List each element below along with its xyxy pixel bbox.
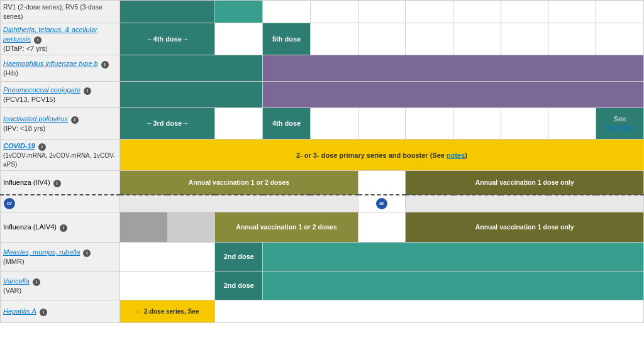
rv-cell9 xyxy=(548,1,596,23)
rv-cell1 xyxy=(120,1,215,23)
vaccine-name-iiv4: Influenza (IIV4) i xyxy=(1,171,120,195)
dtap-link[interactable]: Diphtheria, tetanus, & acellular pertuss… xyxy=(3,26,97,42)
row-rv: RV1 (2-dose series); RV5 (3-dose series) xyxy=(1,1,644,23)
vaccine-name-covid: COVID-19 i (1vCOV-mRNA, 2vCOV-mRNA, 1vCO… xyxy=(1,139,120,171)
var-sub: (VAR) xyxy=(3,287,21,294)
row-or: or or xyxy=(1,195,644,212)
rv-cell2 xyxy=(215,1,263,23)
dtap-empty5 xyxy=(453,23,501,55)
iiv4-empty xyxy=(358,171,406,195)
ipv-empty1 xyxy=(215,107,263,139)
row-dtap: Diphtheria, tetanus, & acellular pertuss… xyxy=(1,23,644,55)
var-empty1 xyxy=(120,271,215,300)
ipv-empty2 xyxy=(310,107,358,139)
mmr-teal xyxy=(263,242,644,271)
hib-sub: (Hib) xyxy=(3,69,18,77)
covid-info-icon[interactable]: i xyxy=(38,143,46,151)
dtap-5thdose: 5th dose xyxy=(263,23,311,55)
mmr-link[interactable]: Measles, mumps, rubella xyxy=(3,248,80,256)
hepa-dose: ← 2-dose series, See xyxy=(120,300,215,322)
pcv-link[interactable]: Pneumococcal conjugate xyxy=(3,86,80,94)
vaccine-name-rv: RV1 (2-dose series); RV5 (3-dose series) xyxy=(1,1,120,23)
row-covid: COVID-19 i (1vCOV-mRNA, 2vCOV-mRNA, 1vCO… xyxy=(1,139,644,171)
covid-link[interactable]: COVID-19 xyxy=(3,142,35,150)
ipv-link[interactable]: Inactivated poliovirus xyxy=(3,115,68,123)
rv-cell8 xyxy=(501,1,548,23)
ipv-info-icon[interactable]: i xyxy=(71,116,79,124)
ipv-notes-link[interactable]: See notes xyxy=(606,124,634,131)
ipv-empty7 xyxy=(548,107,596,139)
dtap-4thdose: ←4th dose→ xyxy=(120,23,215,55)
var-info-icon[interactable]: i xyxy=(33,278,40,286)
pcv-cell1 xyxy=(120,81,263,107)
mmr-dose: 2nd dose xyxy=(215,242,263,271)
covid-sub: (1vCOV-mRNA, 2vCOV-mRNA, 1vCOV-aPS) xyxy=(3,152,115,168)
dtap-empty6 xyxy=(501,23,548,55)
vaccine-name-mmr: Measles, mumps, rubella i (MMR) xyxy=(1,242,120,271)
or-cell-left: or xyxy=(1,195,120,212)
ipv-seenotes: See See notes xyxy=(596,107,644,139)
dtap-empty4 xyxy=(406,23,453,55)
dtap-info-icon[interactable]: i xyxy=(34,36,42,44)
row-ipv: Inactivated poliovirus i (IPV: <18 yrs) … xyxy=(1,107,644,139)
laiv4-gray2 xyxy=(167,212,215,242)
rv-cell10 xyxy=(596,1,644,23)
dtap-empty1 xyxy=(215,23,263,55)
dtap-sub: (DTaP: <7 yrs) xyxy=(3,45,48,52)
hib-info-icon[interactable]: i xyxy=(101,61,109,69)
ipv-4thdose: 4th dose xyxy=(263,107,311,139)
covid-dose-label: 2- or 3- dose primary series and booster… xyxy=(296,151,467,159)
mmr-empty1 xyxy=(120,242,215,271)
row-iiv4: Influenza (IIV4) i Annual vaccination 1 … xyxy=(1,171,644,195)
hib-link[interactable]: Haemophilus influenzae type b xyxy=(3,60,97,67)
hepa-info-icon[interactable]: i xyxy=(40,309,47,316)
or-spacer2 xyxy=(406,195,644,212)
var-link[interactable]: Varicella xyxy=(3,277,30,285)
row-var: Varicella i (VAR) 2nd dose xyxy=(1,271,644,300)
ipv-empty5 xyxy=(453,107,501,139)
ipv-see: See xyxy=(599,114,641,123)
mmr-info-icon[interactable]: i xyxy=(83,250,91,257)
vaccine-name-laiv4: Influenza (LAIV4) i xyxy=(1,212,120,242)
mmr-sub: (MMR) xyxy=(3,258,25,265)
hepa-link[interactable]: Hepatitis A xyxy=(3,307,36,315)
rv-cell3 xyxy=(263,1,311,23)
rv-cell7 xyxy=(453,1,501,23)
rv-cell5 xyxy=(358,1,406,23)
ipv-empty4 xyxy=(406,107,453,139)
dtap-empty3 xyxy=(358,23,406,55)
row-hib: Haemophilus influenzae type b i (Hib) xyxy=(1,55,644,81)
rv-cell6 xyxy=(406,1,453,23)
pcv-cell2 xyxy=(263,81,644,107)
vaccine-name-dtap: Diphtheria, tetanus, & acellular pertuss… xyxy=(1,23,120,55)
row-hepa: Hepatitis A i ← 2-dose series, See xyxy=(1,300,644,322)
covid-notes-link[interactable]: notes xyxy=(447,151,465,159)
pcv-sub: (PCV13, PCV15) xyxy=(3,96,55,103)
vaccine-name-hib: Haemophilus influenzae type b i (Hib) xyxy=(1,55,120,81)
laiv4-label2: Annual vaccination 1 dose only xyxy=(406,212,644,242)
dtap-empty8 xyxy=(596,23,644,55)
laiv4-empty xyxy=(358,212,406,242)
iiv4-label2: Annual vaccination 1 dose only xyxy=(406,171,644,195)
pcv-info-icon[interactable]: i xyxy=(84,87,91,95)
hib-cell1 xyxy=(120,55,263,81)
or-middle: or xyxy=(358,195,406,212)
or-badge-left: or xyxy=(4,198,15,209)
vaccine-name-var: Varicella i (VAR) xyxy=(1,271,120,300)
dtap-empty2 xyxy=(310,23,358,55)
ipv-sub: (IPV: <18 yrs) xyxy=(3,124,45,132)
ipv-empty6 xyxy=(501,107,548,139)
row-laiv4: Influenza (LAIV4) i Annual vaccination 1… xyxy=(1,212,644,242)
row-mmr: Measles, mumps, rubella i (MMR) 2nd dose xyxy=(1,242,644,271)
covid-label: 2- or 3- dose primary series and booster… xyxy=(120,139,644,171)
iiv4-label1: Annual vaccination 1 or 2 doses xyxy=(120,171,358,195)
row-pcv: Pneumococcal conjugate i (PCV13, PCV15) xyxy=(1,81,644,107)
vaccine-name-pcv: Pneumococcal conjugate i (PCV13, PCV15) xyxy=(1,81,120,107)
iiv4-info-icon[interactable]: i xyxy=(53,180,61,187)
laiv4-label1: Annual vaccination 1 or 2 doses xyxy=(215,212,358,242)
laiv4-info-icon[interactable]: i xyxy=(60,224,67,232)
laiv4-name: Influenza (LAIV4) xyxy=(3,223,57,231)
laiv4-gray1 xyxy=(120,212,168,242)
ipv-3rddose: ←3rd dose→ xyxy=(120,107,215,139)
var-teal xyxy=(263,271,644,300)
